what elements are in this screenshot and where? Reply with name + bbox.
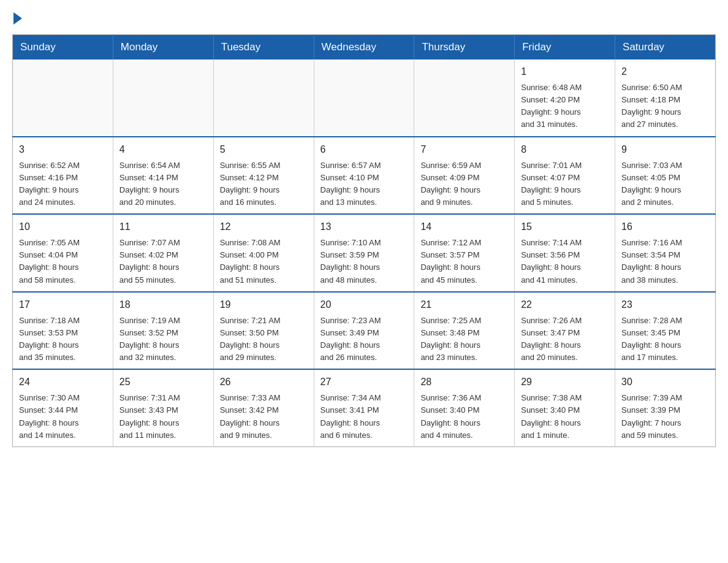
day-info: Sunrise: 6:52 AM Sunset: 4:16 PM Dayligh… <box>19 159 107 209</box>
day-number: 9 <box>621 142 709 157</box>
calendar-cell: 19Sunrise: 7:21 AM Sunset: 3:50 PM Dayli… <box>213 292 314 370</box>
calendar-table: SundayMondayTuesdayWednesdayThursdayFrid… <box>12 34 716 447</box>
column-header-sunday: Sunday <box>13 35 113 60</box>
day-info: Sunrise: 7:38 AM Sunset: 3:40 PM Dayligh… <box>521 392 609 442</box>
calendar-cell: 21Sunrise: 7:25 AM Sunset: 3:48 PM Dayli… <box>414 292 515 370</box>
calendar-cell: 27Sunrise: 7:34 AM Sunset: 3:41 PM Dayli… <box>314 369 414 446</box>
day-info: Sunrise: 7:05 AM Sunset: 4:04 PM Dayligh… <box>19 237 107 286</box>
day-number: 1 <box>521 64 609 79</box>
calendar-week-row: 17Sunrise: 7:18 AM Sunset: 3:53 PM Dayli… <box>13 292 716 370</box>
column-header-monday: Monday <box>113 35 213 60</box>
calendar-week-row: 3Sunrise: 6:52 AM Sunset: 4:16 PM Daylig… <box>13 137 716 215</box>
day-info: Sunrise: 6:50 AM Sunset: 4:18 PM Dayligh… <box>621 82 709 131</box>
day-info: Sunrise: 6:59 AM Sunset: 4:09 PM Dayligh… <box>420 159 508 209</box>
day-number: 15 <box>521 220 609 234</box>
day-info: Sunrise: 6:54 AM Sunset: 4:14 PM Dayligh… <box>119 159 207 209</box>
calendar-cell: 18Sunrise: 7:19 AM Sunset: 3:52 PM Dayli… <box>113 292 213 370</box>
calendar-cell: 12Sunrise: 7:08 AM Sunset: 4:00 PM Dayli… <box>213 214 314 292</box>
day-info: Sunrise: 6:57 AM Sunset: 4:10 PM Dayligh… <box>320 159 408 209</box>
day-number: 27 <box>320 375 408 389</box>
day-number: 2 <box>621 64 709 79</box>
calendar-cell: 4Sunrise: 6:54 AM Sunset: 4:14 PM Daylig… <box>113 137 213 215</box>
day-number: 10 <box>19 220 107 234</box>
calendar-cell: 10Sunrise: 7:05 AM Sunset: 4:04 PM Dayli… <box>13 214 113 292</box>
calendar-cell: 9Sunrise: 7:03 AM Sunset: 4:05 PM Daylig… <box>615 137 716 215</box>
calendar-header-row: SundayMondayTuesdayWednesdayThursdayFrid… <box>13 35 716 60</box>
header <box>12 12 716 25</box>
day-number: 18 <box>119 297 207 312</box>
day-number: 24 <box>19 375 107 389</box>
day-number: 3 <box>19 142 107 157</box>
calendar-cell: 24Sunrise: 7:30 AM Sunset: 3:44 PM Dayli… <box>13 369 113 446</box>
day-number: 13 <box>320 220 408 234</box>
day-info: Sunrise: 7:21 AM Sunset: 3:50 PM Dayligh… <box>220 315 308 364</box>
calendar-cell: 29Sunrise: 7:38 AM Sunset: 3:40 PM Dayli… <box>515 369 615 446</box>
column-header-thursday: Thursday <box>414 35 515 60</box>
day-info: Sunrise: 7:07 AM Sunset: 4:02 PM Dayligh… <box>119 237 207 286</box>
calendar-cell: 22Sunrise: 7:26 AM Sunset: 3:47 PM Dayli… <box>515 292 615 370</box>
day-number: 12 <box>220 220 308 234</box>
day-info: Sunrise: 7:01 AM Sunset: 4:07 PM Dayligh… <box>521 159 609 209</box>
calendar-cell <box>314 59 414 137</box>
day-number: 25 <box>119 375 207 389</box>
day-number: 11 <box>119 220 207 234</box>
calendar-cell: 20Sunrise: 7:23 AM Sunset: 3:49 PM Dayli… <box>314 292 414 370</box>
column-header-friday: Friday <box>515 35 615 60</box>
day-number: 22 <box>521 297 609 312</box>
day-number: 19 <box>220 297 308 312</box>
day-info: Sunrise: 7:18 AM Sunset: 3:53 PM Dayligh… <box>19 315 107 364</box>
calendar-cell: 5Sunrise: 6:55 AM Sunset: 4:12 PM Daylig… <box>213 137 314 215</box>
day-number: 8 <box>521 142 609 157</box>
calendar-cell <box>113 59 213 137</box>
calendar-cell: 7Sunrise: 6:59 AM Sunset: 4:09 PM Daylig… <box>414 137 515 215</box>
calendar-cell <box>13 59 113 137</box>
day-number: 29 <box>521 375 609 389</box>
column-header-saturday: Saturday <box>615 35 716 60</box>
calendar-cell: 15Sunrise: 7:14 AM Sunset: 3:56 PM Dayli… <box>515 214 615 292</box>
calendar-cell: 11Sunrise: 7:07 AM Sunset: 4:02 PM Dayli… <box>113 214 213 292</box>
day-number: 26 <box>220 375 308 389</box>
calendar-week-row: 10Sunrise: 7:05 AM Sunset: 4:04 PM Dayli… <box>13 214 716 292</box>
day-info: Sunrise: 6:55 AM Sunset: 4:12 PM Dayligh… <box>220 159 308 209</box>
day-info: Sunrise: 7:16 AM Sunset: 3:54 PM Dayligh… <box>621 237 709 286</box>
day-number: 14 <box>420 220 508 234</box>
day-number: 28 <box>420 375 508 389</box>
logo-triangle-icon <box>13 12 22 25</box>
day-number: 7 <box>420 142 508 157</box>
calendar-cell: 2Sunrise: 6:50 AM Sunset: 4:18 PM Daylig… <box>615 59 716 137</box>
day-info: Sunrise: 6:48 AM Sunset: 4:20 PM Dayligh… <box>521 82 609 131</box>
calendar-cell: 1Sunrise: 6:48 AM Sunset: 4:20 PM Daylig… <box>515 59 615 137</box>
calendar-cell: 14Sunrise: 7:12 AM Sunset: 3:57 PM Dayli… <box>414 214 515 292</box>
calendar-cell: 25Sunrise: 7:31 AM Sunset: 3:43 PM Dayli… <box>113 369 213 446</box>
day-number: 5 <box>220 142 308 157</box>
day-info: Sunrise: 7:03 AM Sunset: 4:05 PM Dayligh… <box>621 159 709 209</box>
day-info: Sunrise: 7:25 AM Sunset: 3:48 PM Dayligh… <box>420 315 508 364</box>
calendar-cell: 6Sunrise: 6:57 AM Sunset: 4:10 PM Daylig… <box>314 137 414 215</box>
calendar-cell: 23Sunrise: 7:28 AM Sunset: 3:45 PM Dayli… <box>615 292 716 370</box>
day-number: 16 <box>621 220 709 234</box>
day-number: 21 <box>420 297 508 312</box>
calendar-cell: 30Sunrise: 7:39 AM Sunset: 3:39 PM Dayli… <box>615 369 716 446</box>
day-info: Sunrise: 7:31 AM Sunset: 3:43 PM Dayligh… <box>119 392 207 442</box>
day-info: Sunrise: 7:19 AM Sunset: 3:52 PM Dayligh… <box>119 315 207 364</box>
day-info: Sunrise: 7:30 AM Sunset: 3:44 PM Dayligh… <box>19 392 107 442</box>
day-number: 6 <box>320 142 408 157</box>
calendar-cell <box>414 59 515 137</box>
calendar-cell: 28Sunrise: 7:36 AM Sunset: 3:40 PM Dayli… <box>414 369 515 446</box>
day-number: 4 <box>119 142 207 157</box>
calendar-cell: 16Sunrise: 7:16 AM Sunset: 3:54 PM Dayli… <box>615 214 716 292</box>
calendar-week-row: 24Sunrise: 7:30 AM Sunset: 3:44 PM Dayli… <box>13 369 716 446</box>
calendar-cell: 13Sunrise: 7:10 AM Sunset: 3:59 PM Dayli… <box>314 214 414 292</box>
day-number: 30 <box>621 375 709 389</box>
day-info: Sunrise: 7:10 AM Sunset: 3:59 PM Dayligh… <box>320 237 408 286</box>
day-info: Sunrise: 7:33 AM Sunset: 3:42 PM Dayligh… <box>220 392 308 442</box>
day-info: Sunrise: 7:26 AM Sunset: 3:47 PM Dayligh… <box>521 315 609 364</box>
day-info: Sunrise: 7:36 AM Sunset: 3:40 PM Dayligh… <box>420 392 508 442</box>
calendar-cell: 3Sunrise: 6:52 AM Sunset: 4:16 PM Daylig… <box>13 137 113 215</box>
day-info: Sunrise: 7:28 AM Sunset: 3:45 PM Dayligh… <box>621 315 709 364</box>
calendar-cell: 8Sunrise: 7:01 AM Sunset: 4:07 PM Daylig… <box>515 137 615 215</box>
column-header-tuesday: Tuesday <box>213 35 314 60</box>
calendar-cell: 26Sunrise: 7:33 AM Sunset: 3:42 PM Dayli… <box>213 369 314 446</box>
calendar-cell <box>213 59 314 137</box>
day-info: Sunrise: 7:14 AM Sunset: 3:56 PM Dayligh… <box>521 237 609 286</box>
